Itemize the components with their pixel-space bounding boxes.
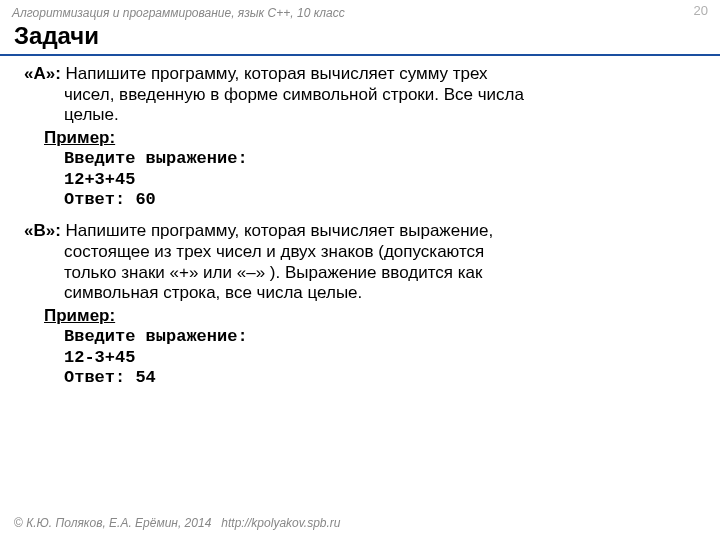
task-a-code: Введите выражение: 12+3+45 Ответ: 60 [64, 149, 704, 211]
task-b-line3: только знаки «+» или «–» ). Выражение вв… [24, 263, 704, 284]
header-subject: Алгоритмизация и программирование, язык … [12, 6, 345, 20]
task-a-primer-label: Пример: [44, 128, 704, 149]
task-a-line3: целые. [24, 105, 704, 126]
page-number: 20 [694, 3, 708, 18]
footer-authors: К.Ю. Поляков, Е.А. Ерёмин, 2014 [26, 516, 211, 530]
copyright-symbol: © [14, 516, 26, 530]
task-a-label: «A»: [24, 64, 66, 83]
task-a-line1: Напишите программу, которая вычисляет су… [66, 64, 488, 83]
task-b-label: «B»: [24, 221, 66, 240]
task-a: «A»: Напишите программу, которая вычисля… [24, 64, 704, 211]
task-b-line1: Напишите программу, которая вычисляет вы… [66, 221, 494, 240]
task-b-code: Введите выражение: 12-3+45 Ответ: 54 [64, 327, 704, 389]
content: «A»: Напишите программу, которая вычисля… [0, 56, 720, 389]
header-bar: Алгоритмизация и программирование, язык … [0, 0, 720, 22]
task-b: «B»: Напишите программу, которая вычисля… [24, 221, 704, 389]
footer: © К.Ю. Поляков, Е.А. Ерёмин, 2014 http:/… [14, 516, 341, 530]
task-b-line4: символьная строка, все числа целые. [24, 283, 704, 304]
footer-url: http://kpolyakov.spb.ru [221, 516, 340, 530]
page-title: Задачи [14, 22, 706, 52]
task-b-line2: состоящее из трех чисел и двух знаков (д… [24, 242, 704, 263]
task-a-line2: чисел, введенную в форме символьной стро… [24, 85, 704, 106]
title-block: Задачи [0, 22, 720, 56]
task-b-primer-label: Пример: [44, 306, 704, 327]
